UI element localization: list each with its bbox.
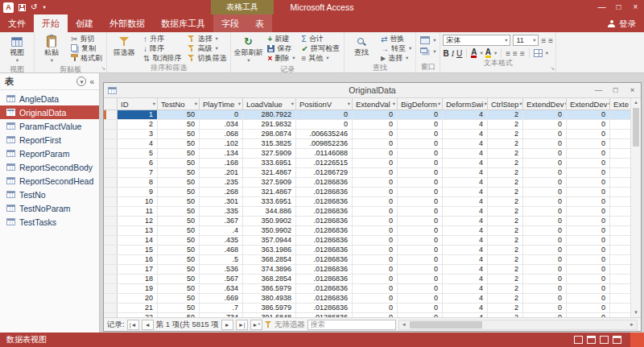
cell[interactable]: 0 xyxy=(523,217,567,225)
cell[interactable]: 0 xyxy=(353,120,398,129)
nav-item-paramfactvalue[interactable]: ParamFactValue xyxy=(0,119,99,133)
cell[interactable]: 0 xyxy=(610,168,630,177)
record-selector[interactable] xyxy=(104,110,118,119)
cell[interactable]: .009852236 xyxy=(296,139,353,148)
format-painter-button[interactable]: 格式刷 xyxy=(69,53,104,63)
record-selector[interactable] xyxy=(104,265,118,274)
vertical-scroll-thumb[interactable] xyxy=(633,108,639,147)
scroll-up-icon[interactable]: ▲ xyxy=(631,98,641,107)
cell[interactable]: .268 xyxy=(200,188,243,196)
record-selector[interactable] xyxy=(104,236,118,245)
cell[interactable]: .01286836 xyxy=(296,188,353,196)
cell[interactable]: 315.3825 xyxy=(243,139,296,148)
cell[interactable]: .01286836 xyxy=(296,197,353,206)
nav-item-testno[interactable]: TestNo xyxy=(0,188,99,201)
close-button[interactable]: × xyxy=(627,0,644,14)
cell[interactable]: 0 xyxy=(353,265,398,274)
cell[interactable]: 4 xyxy=(443,304,488,312)
column-header-testno-1[interactable]: TestNo▾ xyxy=(158,98,200,109)
cell[interactable]: 20 xyxy=(118,294,158,303)
cell[interactable]: 0 xyxy=(610,139,630,148)
nav-item-reportsecondhead[interactable]: ReportSecondHead xyxy=(0,174,99,188)
cell[interactable]: 14 xyxy=(118,236,158,245)
cell[interactable]: 4 xyxy=(443,217,488,225)
cell[interactable]: 0 xyxy=(610,130,630,138)
cell[interactable]: .01286836 xyxy=(296,265,353,274)
vertical-scrollbar[interactable]: ▲ ▼ xyxy=(630,98,641,317)
cell[interactable]: 2 xyxy=(488,159,523,167)
cell[interactable]: 50 xyxy=(158,139,200,148)
cell[interactable]: 2 xyxy=(488,197,523,206)
nav-item-testnoparam[interactable]: TestNoParam xyxy=(0,201,99,215)
column-dropdown-icon[interactable]: ▾ xyxy=(195,101,197,107)
cell[interactable]: 0 xyxy=(296,120,353,129)
spelling-button[interactable]: ✔拼写检查 xyxy=(300,43,341,53)
last-record-button[interactable]: ►| xyxy=(236,320,248,330)
record-selector[interactable] xyxy=(104,275,118,283)
cell[interactable]: 50 xyxy=(158,236,200,245)
new-blank-record-button[interactable]: ►* xyxy=(250,320,262,330)
cell[interactable]: 4 xyxy=(443,110,488,119)
cell[interactable]: 4 xyxy=(443,120,488,129)
cell[interactable]: 0 xyxy=(610,120,630,129)
paste-button[interactable]: 粘贴 ▾ xyxy=(37,34,66,64)
first-record-button[interactable]: |◄ xyxy=(127,320,139,330)
cell[interactable]: 17 xyxy=(118,265,158,274)
cell[interactable]: 0 xyxy=(567,120,610,129)
cell[interactable]: .006635246 xyxy=(296,130,353,138)
cell[interactable]: 0 xyxy=(567,304,610,312)
cell[interactable]: 0 xyxy=(353,304,398,312)
cell[interactable]: 0 xyxy=(398,130,443,138)
cell[interactable]: 0 xyxy=(610,246,630,254)
cell[interactable]: .301 xyxy=(200,197,243,206)
cell[interactable]: .5 xyxy=(200,255,243,264)
cell[interactable]: 50 xyxy=(158,197,200,206)
nav-item-testtasks[interactable]: TestTasks xyxy=(0,215,99,229)
cell[interactable]: 0 xyxy=(398,110,443,119)
cell[interactable]: 4 xyxy=(443,178,488,187)
cell[interactable]: 0 xyxy=(610,284,630,293)
cell[interactable]: .01286836 xyxy=(296,226,353,235)
nav-item-originaldata[interactable]: OriginalData xyxy=(0,105,99,119)
column-dropdown-icon[interactable]: ▾ xyxy=(484,101,486,107)
cell[interactable]: 327.5909 xyxy=(243,149,296,158)
select-all-corner[interactable] xyxy=(104,98,118,109)
pivot-view-shortcut-icon[interactable] xyxy=(587,336,596,344)
cell[interactable]: .01286729 xyxy=(296,168,353,177)
column-dropdown-icon[interactable]: ▾ xyxy=(238,101,241,107)
cell[interactable]: 4 xyxy=(443,139,488,148)
background-color-button[interactable]: A xyxy=(485,48,491,58)
cell[interactable]: 1 xyxy=(118,110,158,119)
design-view-shortcut-icon[interactable] xyxy=(613,336,621,344)
scroll-down-icon[interactable]: ▼ xyxy=(631,308,641,317)
cell[interactable]: 0 xyxy=(398,294,443,303)
cell[interactable]: 0 xyxy=(567,236,610,245)
cell[interactable]: 333.6951 xyxy=(243,159,296,167)
cell[interactable]: 0 xyxy=(353,130,398,138)
cell[interactable]: 2 xyxy=(488,226,523,235)
cell[interactable]: 15 xyxy=(118,246,158,254)
cell[interactable]: 0 xyxy=(353,255,398,264)
text-formatting-dialog-launcher[interactable]: ↘ xyxy=(550,65,555,72)
selection-filter-button[interactable]: 选择▾ xyxy=(186,34,228,43)
cell[interactable]: .01286836 xyxy=(296,294,353,303)
cell[interactable]: .669 xyxy=(200,294,243,303)
cell[interactable]: 2 xyxy=(488,255,523,264)
form-view-shortcut-icon[interactable] xyxy=(600,336,609,344)
cell[interactable]: .4 xyxy=(200,226,243,235)
italic-button[interactable]: I xyxy=(452,49,454,58)
cell[interactable]: 50 xyxy=(158,217,200,225)
horizontal-scrollbar[interactable]: ◄ ► xyxy=(398,320,638,330)
cell[interactable]: 50 xyxy=(158,255,200,264)
cell[interactable]: 0 xyxy=(353,284,398,293)
document-close-button[interactable]: × xyxy=(624,83,641,98)
cell[interactable]: 0 xyxy=(523,207,567,216)
cell[interactable]: 2 xyxy=(488,217,523,225)
record-selector[interactable] xyxy=(104,139,118,148)
cell[interactable]: 50 xyxy=(158,130,200,138)
numbering-icon[interactable]: ≡ xyxy=(548,36,553,45)
cell[interactable]: 0 xyxy=(398,217,443,225)
cell[interactable]: 386.5979 xyxy=(243,284,296,293)
cell[interactable]: 21 xyxy=(118,304,158,312)
datasheet-view-shortcut-icon[interactable] xyxy=(574,336,583,344)
